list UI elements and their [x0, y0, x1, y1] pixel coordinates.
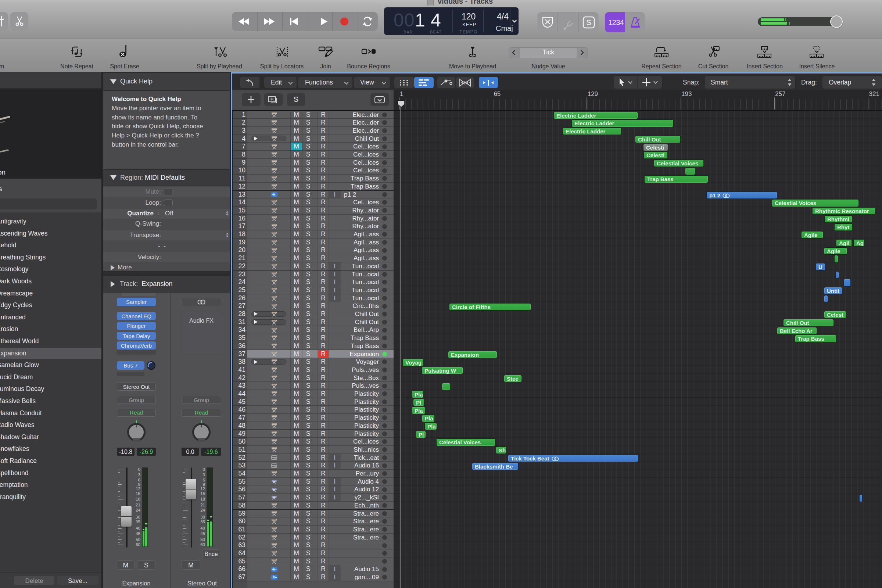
svg-text:S: S	[586, 18, 591, 27]
